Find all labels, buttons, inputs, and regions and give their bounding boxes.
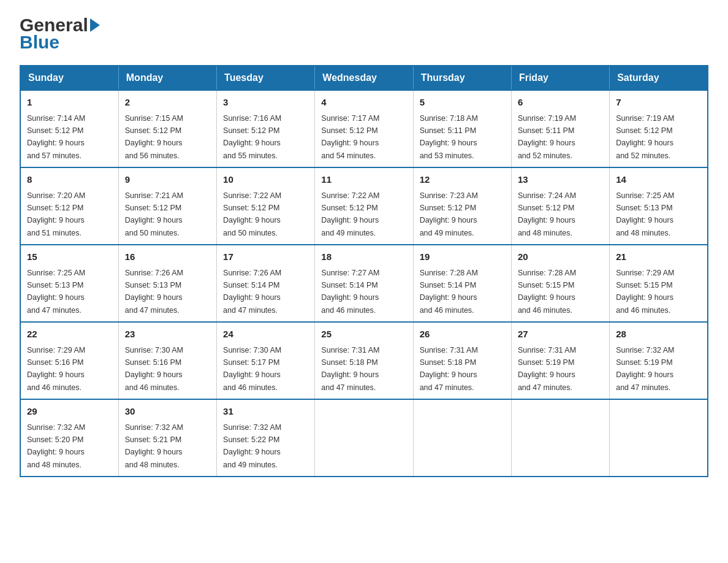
day-number: 2 [125, 96, 210, 110]
day-info: Sunrise: 7:32 AMSunset: 5:22 PMDaylight:… [223, 423, 281, 469]
day-number: 7 [616, 96, 701, 110]
calendar-cell: 25Sunrise: 7:31 AMSunset: 5:18 PMDayligh… [315, 322, 413, 399]
day-number: 25 [321, 327, 406, 342]
weekday-header-row: SundayMondayTuesdayWednesdayThursdayFrid… [20, 66, 708, 90]
day-info: Sunrise: 7:15 AMSunset: 5:12 PMDaylight:… [125, 114, 183, 160]
weekday-header-sunday: Sunday [20, 66, 118, 90]
day-info: Sunrise: 7:31 AMSunset: 5:18 PMDaylight:… [321, 346, 379, 392]
day-number: 20 [518, 250, 603, 264]
day-info: Sunrise: 7:28 AMSunset: 5:14 PMDaylight:… [420, 269, 478, 315]
day-info: Sunrise: 7:31 AMSunset: 5:19 PMDaylight:… [518, 346, 576, 392]
calendar-week-row: 8Sunrise: 7:20 AMSunset: 5:12 PMDaylight… [20, 167, 708, 245]
day-number: 6 [518, 96, 603, 110]
calendar-week-row: 22Sunrise: 7:29 AMSunset: 5:16 PMDayligh… [20, 322, 708, 399]
day-number: 3 [223, 96, 308, 110]
calendar-cell: 17Sunrise: 7:26 AMSunset: 5:14 PMDayligh… [217, 245, 315, 322]
day-number: 1 [27, 96, 112, 110]
day-info: Sunrise: 7:31 AMSunset: 5:18 PMDaylight:… [420, 346, 478, 392]
day-number: 26 [420, 327, 505, 342]
calendar-cell [511, 399, 609, 477]
calendar-cell: 3Sunrise: 7:16 AMSunset: 5:12 PMDaylight… [217, 90, 315, 167]
day-number: 29 [27, 405, 112, 419]
calendar-cell: 16Sunrise: 7:26 AMSunset: 5:13 PMDayligh… [118, 245, 216, 322]
day-info: Sunrise: 7:30 AMSunset: 5:16 PMDaylight:… [125, 346, 183, 392]
calendar-cell: 27Sunrise: 7:31 AMSunset: 5:19 PMDayligh… [511, 322, 609, 399]
calendar-cell: 21Sunrise: 7:29 AMSunset: 5:15 PMDayligh… [610, 245, 708, 322]
calendar-cell: 14Sunrise: 7:25 AMSunset: 5:13 PMDayligh… [610, 167, 708, 245]
day-number: 24 [223, 327, 308, 342]
day-number: 30 [125, 405, 210, 419]
weekday-header-thursday: Thursday [413, 66, 511, 90]
calendar-table: SundayMondayTuesdayWednesdayThursdayFrid… [20, 65, 708, 477]
calendar-cell [315, 399, 413, 477]
day-number: 28 [616, 327, 701, 342]
calendar-cell: 7Sunrise: 7:19 AMSunset: 5:12 PMDaylight… [610, 90, 708, 167]
day-number: 8 [27, 173, 112, 187]
day-number: 10 [223, 173, 308, 187]
day-number: 21 [616, 250, 701, 264]
calendar-cell: 5Sunrise: 7:18 AMSunset: 5:11 PMDaylight… [413, 90, 511, 167]
calendar-cell [413, 399, 511, 477]
logo-blue: Blue [20, 32, 59, 53]
calendar-cell [610, 399, 708, 477]
day-number: 5 [420, 96, 505, 110]
day-info: Sunrise: 7:24 AMSunset: 5:12 PMDaylight:… [518, 191, 576, 237]
day-info: Sunrise: 7:29 AMSunset: 5:15 PMDaylight:… [616, 269, 674, 315]
calendar-cell: 20Sunrise: 7:28 AMSunset: 5:15 PMDayligh… [511, 245, 609, 322]
calendar-cell: 4Sunrise: 7:17 AMSunset: 5:12 PMDaylight… [315, 90, 413, 167]
day-number: 18 [321, 250, 406, 264]
calendar-week-row: 29Sunrise: 7:32 AMSunset: 5:20 PMDayligh… [20, 399, 708, 477]
day-info: Sunrise: 7:22 AMSunset: 5:12 PMDaylight:… [321, 191, 379, 237]
calendar-cell: 11Sunrise: 7:22 AMSunset: 5:12 PMDayligh… [315, 167, 413, 245]
calendar-cell: 8Sunrise: 7:20 AMSunset: 5:12 PMDaylight… [20, 167, 118, 245]
day-info: Sunrise: 7:25 AMSunset: 5:13 PMDaylight:… [27, 269, 85, 315]
weekday-header-wednesday: Wednesday [315, 66, 413, 90]
day-info: Sunrise: 7:18 AMSunset: 5:11 PMDaylight:… [420, 114, 478, 160]
day-info: Sunrise: 7:22 AMSunset: 5:12 PMDaylight:… [223, 191, 281, 237]
day-info: Sunrise: 7:27 AMSunset: 5:14 PMDaylight:… [321, 269, 379, 315]
weekday-header-monday: Monday [118, 66, 216, 90]
calendar-cell: 15Sunrise: 7:25 AMSunset: 5:13 PMDayligh… [20, 245, 118, 322]
calendar-cell: 31Sunrise: 7:32 AMSunset: 5:22 PMDayligh… [217, 399, 315, 477]
day-info: Sunrise: 7:19 AMSunset: 5:11 PMDaylight:… [518, 114, 576, 160]
day-info: Sunrise: 7:30 AMSunset: 5:17 PMDaylight:… [223, 346, 281, 392]
day-number: 14 [616, 173, 701, 187]
calendar-cell: 13Sunrise: 7:24 AMSunset: 5:12 PMDayligh… [511, 167, 609, 245]
calendar-cell: 29Sunrise: 7:32 AMSunset: 5:20 PMDayligh… [20, 399, 118, 477]
calendar-cell: 22Sunrise: 7:29 AMSunset: 5:16 PMDayligh… [20, 322, 118, 399]
day-number: 11 [321, 173, 406, 187]
day-info: Sunrise: 7:32 AMSunset: 5:20 PMDaylight:… [27, 423, 85, 469]
day-number: 12 [420, 173, 505, 187]
weekday-header-friday: Friday [511, 66, 609, 90]
day-info: Sunrise: 7:32 AMSunset: 5:19 PMDaylight:… [616, 346, 674, 392]
day-info: Sunrise: 7:23 AMSunset: 5:12 PMDaylight:… [420, 191, 478, 237]
logo: General Blue [20, 15, 102, 53]
calendar-cell: 1Sunrise: 7:14 AMSunset: 5:12 PMDaylight… [20, 90, 118, 167]
day-number: 13 [518, 173, 603, 187]
day-info: Sunrise: 7:14 AMSunset: 5:12 PMDaylight:… [27, 114, 85, 160]
calendar-cell: 2Sunrise: 7:15 AMSunset: 5:12 PMDaylight… [118, 90, 216, 167]
calendar-cell: 24Sunrise: 7:30 AMSunset: 5:17 PMDayligh… [217, 322, 315, 399]
day-info: Sunrise: 7:20 AMSunset: 5:12 PMDaylight:… [27, 191, 85, 237]
calendar-cell: 9Sunrise: 7:21 AMSunset: 5:12 PMDaylight… [118, 167, 216, 245]
calendar-cell: 26Sunrise: 7:31 AMSunset: 5:18 PMDayligh… [413, 322, 511, 399]
day-info: Sunrise: 7:21 AMSunset: 5:12 PMDaylight:… [125, 191, 183, 237]
calendar-cell: 23Sunrise: 7:30 AMSunset: 5:16 PMDayligh… [118, 322, 216, 399]
calendar-cell: 10Sunrise: 7:22 AMSunset: 5:12 PMDayligh… [217, 167, 315, 245]
day-number: 23 [125, 327, 210, 342]
weekday-header-tuesday: Tuesday [217, 66, 315, 90]
day-info: Sunrise: 7:26 AMSunset: 5:14 PMDaylight:… [223, 269, 281, 315]
calendar-cell: 18Sunrise: 7:27 AMSunset: 5:14 PMDayligh… [315, 245, 413, 322]
day-info: Sunrise: 7:16 AMSunset: 5:12 PMDaylight:… [223, 114, 281, 160]
day-info: Sunrise: 7:17 AMSunset: 5:12 PMDaylight:… [321, 114, 379, 160]
day-number: 22 [27, 327, 112, 342]
calendar-cell: 6Sunrise: 7:19 AMSunset: 5:11 PMDaylight… [511, 90, 609, 167]
day-number: 4 [321, 96, 406, 110]
day-number: 16 [125, 250, 210, 264]
day-number: 17 [223, 250, 308, 264]
weekday-header-saturday: Saturday [610, 66, 708, 90]
day-info: Sunrise: 7:29 AMSunset: 5:16 PMDaylight:… [27, 346, 85, 392]
calendar-cell: 19Sunrise: 7:28 AMSunset: 5:14 PMDayligh… [413, 245, 511, 322]
day-number: 9 [125, 173, 210, 187]
day-info: Sunrise: 7:25 AMSunset: 5:13 PMDaylight:… [616, 191, 674, 237]
